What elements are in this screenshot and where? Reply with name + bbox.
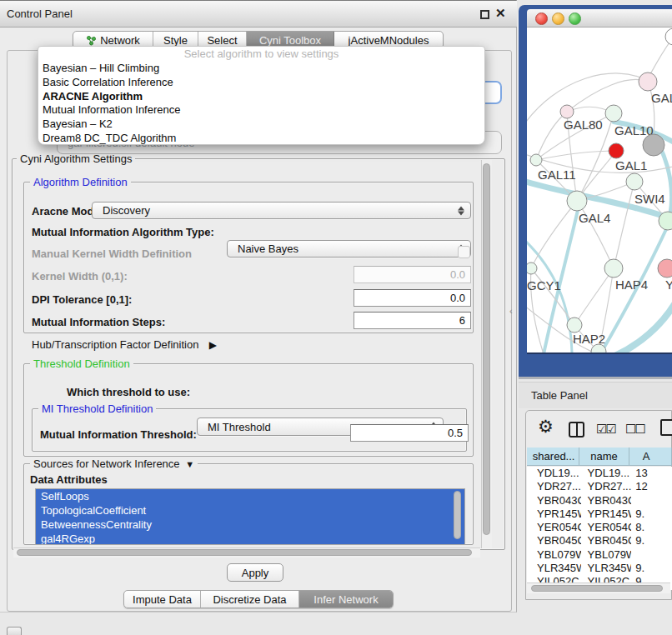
table-horizontal-scrollbar-thumb[interactable] xyxy=(531,585,663,592)
network-window-shadow xyxy=(519,377,672,379)
attribute-item-gal4rgexp[interactable]: gal4RGexp xyxy=(36,532,464,545)
hub-transcription-section-toggle[interactable]: Hub/Transcription Factor Definition ▶ xyxy=(32,337,217,350)
table-cell xyxy=(631,548,672,562)
network-window-titlebar[interactable] xyxy=(527,9,672,28)
tab-infer-network[interactable]: Infer Network xyxy=(299,591,393,608)
attribute-item-betweennesscentrality[interactable]: BetweennessCentrality xyxy=(36,518,464,532)
kernel-width-field[interactable]: 0.0 xyxy=(354,266,471,283)
mi-threshold-label: Mutual Information Threshold: xyxy=(40,428,197,441)
close-window-icon[interactable] xyxy=(535,12,548,25)
network-node-gal1[interactable] xyxy=(626,173,643,190)
data-attributes-list[interactable]: SelfLoopsTopologicalCoefficientBetweenne… xyxy=(35,488,465,545)
network-node[interactable] xyxy=(609,143,624,158)
algorithm-option-bayesian-k2[interactable]: Bayesian – K2 xyxy=(38,118,484,132)
expand-arrow-icon[interactable]: ▶ xyxy=(209,339,217,351)
dpi-tolerance-field[interactable]: 0.0 xyxy=(354,289,471,307)
mi-algorithm-type-label: Mutual Information Algorithm Type: xyxy=(32,226,214,238)
table-row[interactable]: YDL19...YDL19...13 xyxy=(527,467,672,480)
deselect-all-checkboxes-icon[interactable]: ☐☐ xyxy=(625,422,644,437)
settings-horizontal-scrollbar-thumb[interactable] xyxy=(17,549,472,556)
attributes-list-scrollbar-thumb[interactable] xyxy=(454,491,461,539)
network-node-gal10[interactable] xyxy=(605,105,622,122)
network-node-gcy1[interactable] xyxy=(527,262,537,274)
column-header-name[interactable]: name xyxy=(579,448,629,465)
tab-label: Impute Data xyxy=(133,593,192,606)
new-table-icon[interactable] xyxy=(660,419,672,436)
split-columns-icon[interactable] xyxy=(569,422,584,438)
control-panel-title: Control Panel xyxy=(7,1,73,28)
tab-label: Cyni Toolbox xyxy=(259,34,321,47)
minimize-window-icon[interactable] xyxy=(552,12,564,25)
table-row[interactable]: YLR345WYLR345W9. xyxy=(527,562,672,575)
column-header-a[interactable]: A xyxy=(629,448,672,465)
mi-algorithm-type-value: Naive Bayes xyxy=(238,242,298,255)
cyni-mode-tab-bar: Impute DataDiscretize DataInfer Network xyxy=(123,590,394,608)
close-panel-icon[interactable]: ✕ xyxy=(495,6,506,21)
table-cell: YPR145W xyxy=(527,508,581,521)
network-node-gal[interactable] xyxy=(639,72,657,91)
algorithm-option-mutual-information-inference[interactable]: Mutual Information Inference xyxy=(38,103,484,118)
algorithm-option-dream8-dc-tdc-algorithm[interactable]: Dream8 DC_TDC Algorithm xyxy=(38,132,484,146)
control-panel-titlebar: Control Panel ✕ xyxy=(0,1,517,28)
table-row[interactable]: YBR043CYBR043C xyxy=(527,494,672,508)
table-rows[interactable]: YDL19...YDL19...13YDR27...YDR27...12YBR0… xyxy=(527,467,672,590)
table-row[interactable]: YPR145WYPR145W9. xyxy=(527,508,672,521)
network-node-gal11[interactable] xyxy=(530,154,542,166)
tab-impute-data[interactable]: Impute Data xyxy=(124,591,201,608)
mi-steps-field[interactable]: 6 xyxy=(354,312,471,329)
aracne-mode-combo[interactable]: Discovery xyxy=(92,202,471,219)
table-row[interactable]: YER054CYER054C8. xyxy=(527,521,672,534)
collapse-arrow-icon[interactable]: ▼ xyxy=(183,459,194,469)
splitpane-collapse-icon[interactable]: ‹ xyxy=(509,306,513,316)
table-row[interactable]: YBR045CYBR045C9. xyxy=(527,534,672,548)
algorithm-option-bayesian-hill-climbing[interactable]: Bayesian – Hill Climbing xyxy=(38,62,484,76)
network-graph[interactable]: GALGAL80GAL10GAL1GAL11GAL4SWI4GCY1HAP4YH… xyxy=(527,28,672,352)
network-node-hap2[interactable] xyxy=(567,318,582,332)
mi-steps-label: Mutual Information Steps: xyxy=(32,316,165,328)
table-row[interactable]: YDR27...YDR27...12 xyxy=(527,480,672,493)
algorithm-option-basic-correlation-inference[interactable]: Basic Correlation Inference xyxy=(38,76,484,90)
sources-group-title[interactable]: Sources for Network Inference ▼ xyxy=(30,458,198,470)
kernel-width-value: 0.0 xyxy=(450,268,465,281)
network-node-y[interactable] xyxy=(658,259,672,278)
stepper-icon xyxy=(458,205,464,216)
table-header-row[interactable]: shared...nameA xyxy=(527,448,672,466)
select-all-checkboxes-icon[interactable]: ☑☑ xyxy=(596,422,615,437)
dpi-tolerance-value: 0.0 xyxy=(450,292,465,304)
zoom-window-icon[interactable] xyxy=(569,12,581,25)
column-header-shared[interactable]: shared... xyxy=(527,448,579,465)
table-cell: 13 xyxy=(631,467,672,480)
manual-kernel-width-checkbox[interactable] xyxy=(458,246,470,258)
network-node-label: GAL80 xyxy=(564,118,603,132)
gear-icon[interactable]: ⚙ xyxy=(538,418,554,436)
tab-discretize-data[interactable]: Discretize Data xyxy=(201,591,299,608)
network-node-gal4[interactable] xyxy=(567,191,587,211)
network-node-label: GAL10 xyxy=(614,123,654,138)
mi-threshold-field[interactable]: 0.5 xyxy=(350,424,469,442)
table-cell: YBR045C xyxy=(527,534,581,548)
network-node-gal80[interactable] xyxy=(560,105,574,118)
settings-vertical-scrollbar-thumb[interactable] xyxy=(483,163,490,535)
network-node-label: SWI4 xyxy=(634,192,665,206)
algorithm-option-aracne-algorithm[interactable]: ARACNE Algorithm xyxy=(38,90,484,104)
float-window-button[interactable] xyxy=(480,10,489,19)
table-row[interactable]: YBL079WYBL079W xyxy=(527,548,672,562)
attribute-item-selfloops[interactable]: SelfLoops xyxy=(36,489,464,503)
tab-label: Select xyxy=(207,34,237,47)
sources-title-text: Sources for Network Inference xyxy=(33,458,180,470)
table-cell: YBR043C xyxy=(527,494,581,508)
table-cell: 9. xyxy=(631,562,672,575)
network-canvas[interactable]: GALGAL80GAL10GAL1GAL11GAL4SWI4GCY1HAP4YH… xyxy=(527,28,672,352)
aracne-mode-value: Discovery xyxy=(103,204,150,217)
attribute-item-topologicalcoefficient[interactable]: TopologicalCoefficient xyxy=(36,503,464,518)
partial-corner-button[interactable] xyxy=(7,627,22,635)
network-node-hap4[interactable] xyxy=(604,259,623,278)
table-cell: 8. xyxy=(631,521,672,534)
network-node[interactable] xyxy=(665,28,672,45)
network-node-label: GAL4 xyxy=(579,211,610,225)
network-node[interactable] xyxy=(643,134,664,156)
mi-threshold-group-title: MI Threshold Definition xyxy=(38,402,156,415)
mi-algorithm-type-combo[interactable]: Naive Bayes xyxy=(227,240,471,258)
apply-button[interactable]: Apply xyxy=(227,563,283,582)
table-cell: YBR045C xyxy=(581,534,632,548)
